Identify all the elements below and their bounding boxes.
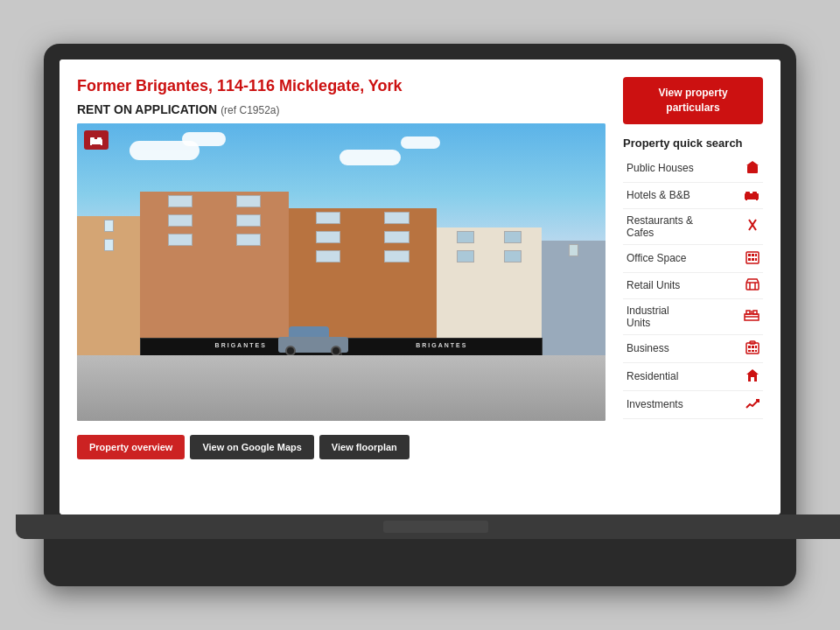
search-item-restaurants[interactable]: Restaurants &Cafes [623,209,763,245]
public-houses-icon [746,160,760,177]
search-item-label: Retail Units [626,279,680,291]
cloud [340,150,401,165]
search-item-business[interactable]: Business [623,335,763,363]
main-area: Former Brigantes, 114-116 Micklegate, Yo… [60,60,780,514]
search-item-investments[interactable]: Investments [623,391,763,419]
svg-rect-17 [752,254,754,256]
cloud [182,132,226,146]
industrial-icon [744,309,760,324]
building-far-right [542,241,605,355]
search-item-label: Investments [626,398,683,410]
floorplan-button[interactable]: View floorplan [319,435,410,459]
search-item-label: Public Houses [626,162,694,174]
svg-rect-19 [748,258,751,261]
google-maps-button[interactable]: View on Google Maps [190,435,313,459]
retail-icon [746,278,760,293]
building-right [437,228,542,355]
svg-rect-32 [752,346,754,348]
property-title: Former Brigantes, 114-116 Micklegate, Yo… [77,77,606,95]
laptop-shell: Former Brigantes, 114-116 Micklegate, Yo… [44,44,796,586]
building-left [77,216,140,355]
hotels-icon [744,188,760,203]
office-icon [746,250,760,267]
laptop-base [16,514,840,539]
property-type-icon [84,130,108,150]
search-item-label: Business [626,342,669,354]
svg-marker-7 [746,161,759,165]
svg-rect-34 [748,350,751,352]
svg-rect-35 [752,350,754,352]
ground [77,355,606,421]
shop-name-right: BRIGANTES [416,342,467,348]
search-item-label: Office Space [626,252,686,264]
svg-rect-2 [97,137,102,140]
residential-icon [746,368,760,385]
property-image: BRIGANTES BRIGANTES [77,123,606,421]
svg-rect-10 [752,192,757,194]
svg-marker-38 [746,369,759,382]
car [278,328,348,353]
svg-rect-16 [748,254,751,256]
search-item-label: Residential [626,370,678,382]
svg-rect-8 [745,193,759,200]
search-item-retail[interactable]: Retail Units [623,273,763,299]
cloud [401,136,440,149]
property-subtitle: RENT ON APPLICATION (ref C1952a) [77,102,606,116]
svg-rect-33 [755,346,757,348]
svg-rect-26 [746,311,750,314]
business-icon [746,340,760,357]
search-item-residential[interactable]: Residential [623,363,763,391]
svg-rect-9 [746,192,750,194]
bottom-buttons: Property overview View on Google Maps Vi… [77,435,606,459]
svg-rect-22 [746,283,759,290]
svg-rect-12 [756,199,758,200]
svg-rect-4 [101,144,102,145]
view-particulars-button[interactable]: View property particulars [623,77,763,124]
screen-content: Former Brigantes, 114-116 Micklegate, Yo… [60,60,780,514]
search-item-industrial[interactable]: IndustrialUnits [623,299,763,335]
search-item-label: IndustrialUnits [626,304,669,329]
building-main-left [140,192,288,355]
search-item-office[interactable]: Office Space [623,245,763,273]
car-wheel-back [285,346,296,356]
property-overview-button[interactable]: Property overview [77,435,185,459]
building-scene: BRIGANTES BRIGANTES [77,123,606,421]
svg-rect-1 [90,137,94,140]
search-item-label: Hotels & B&B [626,189,690,201]
svg-rect-3 [90,144,92,145]
svg-rect-6 [751,168,754,173]
right-sidebar: View property particulars Property quick… [623,77,763,506]
svg-rect-21 [755,258,757,261]
svg-rect-20 [752,258,754,261]
restaurants-icon [746,218,760,234]
svg-rect-15 [746,252,759,263]
search-item-hotels[interactable]: Hotels & B&B [623,183,763,209]
svg-rect-11 [746,199,747,200]
search-item-label: Restaurants &Cafes [626,214,693,239]
laptop-screen: Former Brigantes, 114-116 Micklegate, Yo… [60,60,780,514]
svg-rect-18 [755,254,757,256]
svg-rect-36 [755,350,757,352]
left-content: Former Brigantes, 114-116 Micklegate, Yo… [77,77,606,506]
shop-name-left: BRIGANTES [215,342,267,348]
quick-search-title: Property quick search [623,136,763,150]
search-item-public-houses[interactable]: Public Houses [623,155,763,183]
property-image-container: BRIGANTES BRIGANTES [77,123,606,421]
car-wheel-front [331,346,341,356]
search-items-list: Public Houses Hotels & B&B [623,155,763,419]
laptop-trackpad [383,521,488,533]
svg-rect-27 [753,311,757,314]
svg-rect-31 [748,346,751,348]
investments-icon [746,396,760,413]
